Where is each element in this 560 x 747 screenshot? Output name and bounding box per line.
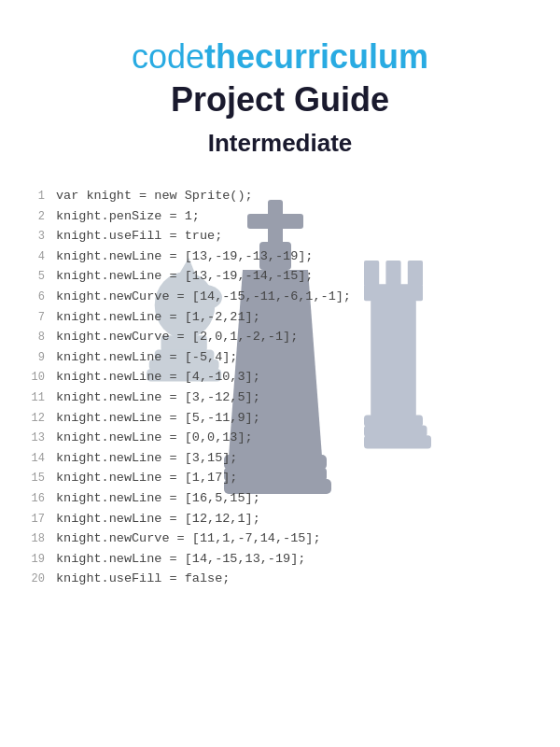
line-number: 15 xyxy=(19,470,45,487)
line-number: 12 xyxy=(19,410,45,428)
code-line: 3knight.useFill = true; xyxy=(19,226,541,247)
line-number: 13 xyxy=(19,430,45,447)
line-number: 18 xyxy=(19,530,45,548)
code-line: 17knight.newLine = [12,12,1]; xyxy=(19,509,541,529)
line-number: 14 xyxy=(19,450,45,468)
line-number: 3 xyxy=(19,228,45,246)
line-text: knight.newCurve = [11,1,-7,14,-15]; xyxy=(56,529,321,549)
line-number: 11 xyxy=(19,389,45,407)
line-number: 1 xyxy=(19,188,45,205)
line-text: knight.newLine = [-5,4]; xyxy=(56,347,237,368)
code-line: 16knight.newLine = [16,5,15]; xyxy=(19,488,541,509)
line-number: 9 xyxy=(19,349,45,367)
code-line: 20knight.useFill = false; xyxy=(19,569,541,589)
line-text: knight.penSize = 1; xyxy=(56,206,200,227)
code-line: 10knight.newLine = [4,-10,3]; xyxy=(19,367,541,388)
code-line: 12knight.newLine = [5,-11,9]; xyxy=(19,408,541,429)
line-text: knight.useFill = false; xyxy=(56,569,230,589)
line-number: 20 xyxy=(19,571,45,588)
line-number: 2 xyxy=(19,208,45,226)
code-block: 1var knight = new Sprite();2knight.penSi… xyxy=(0,186,560,589)
code-line: 1var knight = new Sprite(); xyxy=(19,186,541,206)
line-number: 5 xyxy=(19,268,45,286)
site-title-plain: code xyxy=(132,37,204,76)
line-text: knight.newLine = [1,17]; xyxy=(56,468,237,488)
line-number: 8 xyxy=(19,329,45,346)
code-line: 11knight.newLine = [3,-12,5]; xyxy=(19,388,541,408)
line-number: 10 xyxy=(19,369,45,387)
project-guide-title: Project Guide xyxy=(0,80,560,120)
line-text: knight.newLine = [13,-19,-14,-15]; xyxy=(56,266,313,287)
code-line: 14knight.newLine = [3,15]; xyxy=(19,448,541,469)
line-text: knight.newLine = [12,12,1]; xyxy=(56,509,260,529)
site-title: codethecurriculum xyxy=(0,37,560,77)
line-number: 16 xyxy=(19,490,45,508)
code-line: 2knight.penSize = 1; xyxy=(19,206,541,227)
code-line: 5knight.newLine = [13,-19,-14,-15]; xyxy=(19,266,541,287)
line-text: knight.newCurve = [2,0,1,-2,-1]; xyxy=(56,327,298,347)
header: codethecurriculum Project Guide Intermed… xyxy=(0,0,560,167)
level-label: Intermediate xyxy=(0,129,560,158)
line-text: knight.newLine = [3,-12,5]; xyxy=(56,388,260,408)
code-line: 8knight.newCurve = [2,0,1,-2,-1]; xyxy=(19,327,541,347)
line-text: knight.newLine = [13,-19,-13,-19]; xyxy=(56,247,313,267)
line-text: knight.newLine = [0,0,13]; xyxy=(56,428,253,448)
code-line: 13knight.newLine = [0,0,13]; xyxy=(19,428,541,448)
code-line: 7knight.newLine = [1,-2,21]; xyxy=(19,307,541,328)
code-line: 9knight.newLine = [-5,4]; xyxy=(19,347,541,368)
line-number: 6 xyxy=(19,289,45,306)
line-text: knight.newCurve = [14,-15,-11,-6,1,-1]; xyxy=(56,287,351,307)
line-text: knight.newLine = [16,5,15]; xyxy=(56,488,260,509)
line-number: 4 xyxy=(19,248,45,266)
site-title-bold: thecurriculum xyxy=(204,37,428,76)
code-line: 15knight.newLine = [1,17]; xyxy=(19,468,541,488)
code-line: 4knight.newLine = [13,-19,-13,-19]; xyxy=(19,247,541,267)
line-number: 17 xyxy=(19,511,45,529)
line-text: knight.newLine = [4,-10,3]; xyxy=(56,367,260,388)
line-text: knight.newLine = [5,-11,9]; xyxy=(56,408,260,429)
line-text: knight.newLine = [1,-2,21]; xyxy=(56,307,260,328)
line-text: var knight = new Sprite(); xyxy=(56,186,253,206)
line-text: knight.newLine = [14,-15,13,-19]; xyxy=(56,549,305,570)
code-line: 18knight.newCurve = [11,1,-7,14,-15]; xyxy=(19,529,541,549)
line-text: knight.useFill = true; xyxy=(56,226,222,247)
line-number: 7 xyxy=(19,309,45,327)
code-line: 19knight.newLine = [14,-15,13,-19]; xyxy=(19,549,541,570)
code-line: 6knight.newCurve = [14,-15,-11,-6,1,-1]; xyxy=(19,287,541,307)
line-text: knight.newLine = [3,15]; xyxy=(56,448,237,469)
line-number: 19 xyxy=(19,551,45,569)
